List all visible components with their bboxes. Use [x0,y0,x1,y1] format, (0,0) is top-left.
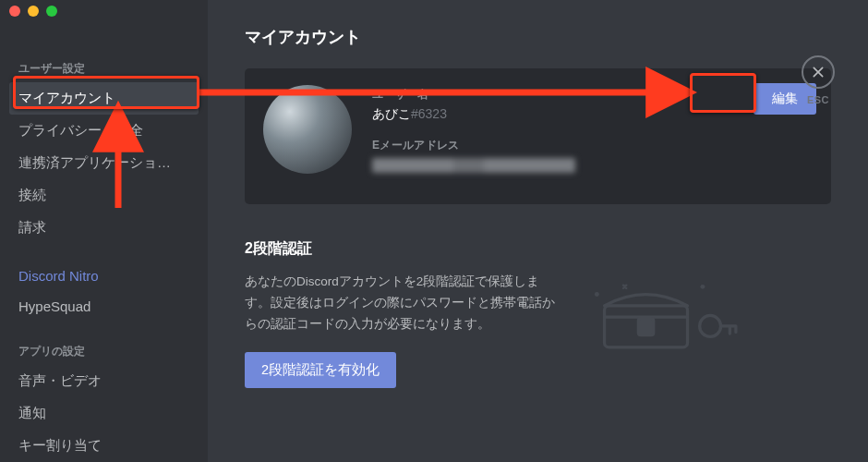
sidebar-item-voice-video[interactable]: 音声・ビデオ [9,365,199,397]
email-value [372,157,813,173]
email-label: Eメールアドレス [372,138,813,153]
account-card: ユーザー名 あびこ#6323 Eメールアドレス 編集 [245,68,831,204]
close-settings-label: ESC [802,94,835,105]
traffic-light-minimize[interactable] [28,6,39,17]
close-settings: ESC [802,55,835,105]
sidebar-item-keybinds[interactable]: キー割り当て [9,430,199,462]
sidebar-item-my-account[interactable]: マイアカウント [9,82,199,115]
svg-point-3 [595,292,599,297]
sidebar-item-privacy-safety[interactable]: プライバシー・安全 [9,115,199,147]
sidebar-item-authorized-apps[interactable]: 連携済アプリケーショ… [9,147,199,179]
username-text: あびこ [372,106,411,121]
two-factor-description: あなたのDiscordアカウントを2段階認証で保護します。設定後はログインの際に… [245,272,559,335]
sidebar-item-notifications[interactable]: 通知 [9,397,199,430]
username-label: ユーザー名 [372,87,813,103]
sidebar-item-connections[interactable]: 接続 [9,179,199,212]
username-value: あびこ#6323 [372,106,813,123]
sidebar-item-hypesquad[interactable]: HypeSquad [9,291,199,322]
page-title: マイアカウント [245,26,831,48]
two-factor-section: 2段階認証 あなたのDiscordアカウントを2段階認証で保護します。設定後はロ… [245,239,831,388]
svg-rect-1 [638,319,653,335]
svg-point-2 [700,316,721,337]
settings-sidebar: ユーザー設定 マイアカウント プライバシー・安全 連携済アプリケーショ… 接続 … [0,0,208,462]
user-avatar[interactable] [263,85,352,174]
two-factor-title: 2段階認証 [245,239,831,259]
lock-chest-illustration [586,272,743,355]
enable-2fa-button[interactable]: 2段階認証を有効化 [245,352,396,388]
settings-content: マイアカウント ユーザー名 あびこ#6323 Eメールアドレス 編集 2段階認証… [208,0,868,462]
sidebar-item-discord-nitro[interactable]: Discord Nitro [9,261,199,291]
close-icon [811,65,826,79]
sidebar-item-billing[interactable]: 請求 [9,212,199,244]
window-titlebar [0,0,57,22]
sidebar-header-user-settings: ユーザー設定 [9,55,199,82]
username-discriminator: #6323 [411,106,447,121]
sidebar-header-app-settings: アプリの設定 [9,338,199,365]
traffic-light-zoom[interactable] [46,6,57,17]
svg-point-4 [700,285,705,289]
close-settings-button[interactable] [802,55,835,89]
traffic-light-close[interactable] [9,6,20,17]
email-blurred [372,158,575,173]
